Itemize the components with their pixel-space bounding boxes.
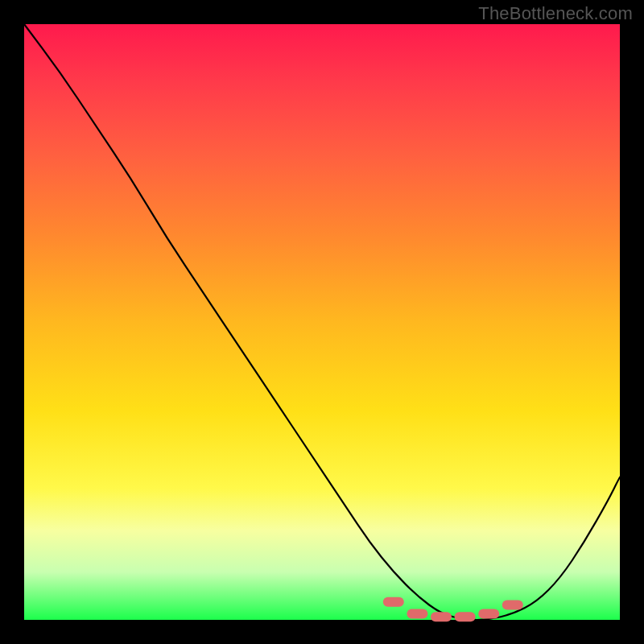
plot-area [24,24,620,620]
trough-marker [407,609,427,619]
trough-marker [478,609,499,619]
trough-marker [502,601,523,610]
trough-marker [431,612,452,621]
trough-markers [383,597,523,622]
curve-svg [24,24,620,620]
watermark-text: TheBottleneck.com [478,3,633,24]
trough-marker [455,612,476,621]
trough-marker [383,597,404,607]
bottleneck-curve [24,24,620,620]
chart-frame: TheBottleneck.com [0,0,644,644]
